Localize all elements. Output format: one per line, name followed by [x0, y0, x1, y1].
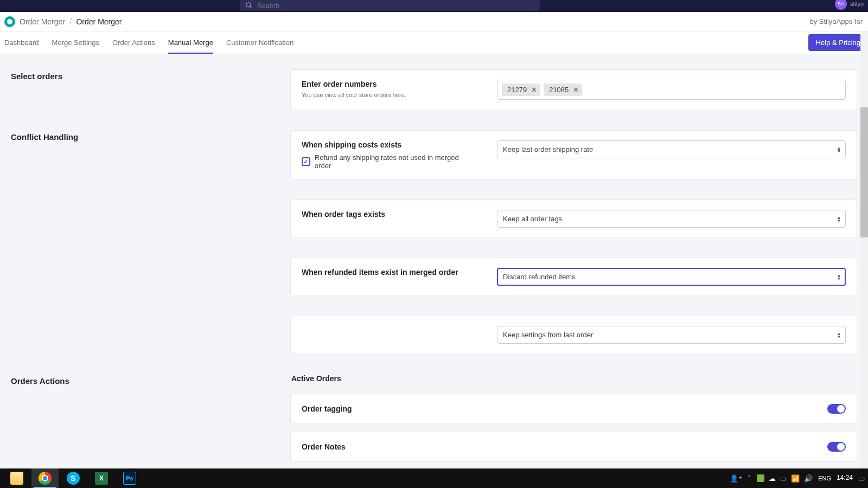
- tray-onedrive-icon[interactable]: ☁: [769, 474, 776, 483]
- search-input[interactable]: [257, 2, 534, 10]
- section-label-conflict: Conflict Handling: [11, 130, 290, 354]
- card-enter-order-numbers: Enter order numbers You can view all you…: [290, 69, 857, 110]
- refund-shipping-label: Refund any shipping rates not used in me…: [315, 153, 475, 170]
- breadcrumb-page: Order Merger: [76, 17, 122, 26]
- vendor-label: by StilyoApps-Isr: [809, 17, 864, 25]
- tray-people-icon[interactable]: 👤⁺: [730, 474, 742, 483]
- keep-settings-select[interactable]: Keep settings from last order: [497, 326, 846, 344]
- card-title-shipping: When shipping costs exists: [302, 140, 475, 149]
- card-title-enter-orders: Enter order numbers: [302, 80, 475, 88]
- remove-tag-icon[interactable]: ✕: [573, 86, 579, 93]
- card-refunded-items: When refunded items exist in merged orde…: [290, 258, 857, 296]
- order-tag: 21085 ✕: [544, 84, 582, 96]
- active-orders-title: Active Orders: [291, 374, 857, 383]
- section-conflict-handling: Conflict Handling When shipping costs ex…: [11, 120, 857, 364]
- tabs: Dashboard Merge Settings Order Actions M…: [4, 31, 293, 54]
- shopify-top-bar: SA stilyo: [0, 0, 868, 12]
- app-icon: [4, 16, 15, 27]
- taskbar-skype[interactable]: S: [60, 468, 87, 488]
- section-label-orders-actions: Orders Actions: [11, 374, 290, 462]
- avatar-name: stilyo: [850, 1, 864, 7]
- toggle-order-tagging[interactable]: [827, 404, 846, 414]
- taskbar-excel[interactable]: X: [88, 468, 115, 488]
- global-search[interactable]: [240, 0, 540, 11]
- tray-volume-icon[interactable]: 🔊: [804, 474, 813, 483]
- tab-customer-notification[interactable]: Customer Notification: [226, 31, 293, 54]
- svg-line-1: [250, 7, 252, 8]
- tabs-bar: Dashboard Merge Settings Order Actions M…: [0, 31, 868, 54]
- search-icon: [245, 2, 253, 9]
- order-tags-select[interactable]: Keep all order tags: [497, 210, 846, 228]
- tray-wifi-icon[interactable]: 📶: [791, 474, 800, 483]
- card-keep-settings: Keep settings from last order ▴▾: [290, 316, 857, 354]
- section-select-orders: Select orders Enter order numbers You ca…: [11, 60, 857, 120]
- tray-chevron-up-icon[interactable]: ˄: [748, 474, 751, 483]
- card-hint-enter-orders: You can view all your store orders here.: [302, 92, 475, 98]
- card-order-tagging: Order tagging: [290, 394, 857, 424]
- scrollbar[interactable]: [860, 31, 868, 468]
- windows-taskbar: S X Ps 👤⁺ ˄ ☁ ▭ 📶 🔊 ENG 14:24 ▭: [0, 468, 868, 488]
- tab-dashboard[interactable]: Dashboard: [4, 31, 39, 54]
- order-tag-label: 21279: [507, 86, 527, 94]
- tray-battery-icon[interactable]: ▭: [780, 474, 787, 483]
- tray-notifications-icon[interactable]: ▭: [858, 474, 865, 483]
- help-pricing-button[interactable]: Help & Pricing: [808, 34, 868, 51]
- svg-point-0: [246, 3, 251, 7]
- avatar: SA: [835, 0, 847, 10]
- top-right-user[interactable]: SA stilyo: [835, 0, 864, 10]
- breadcrumb-bar: Order Merger / Order Merger by StilyoApp…: [0, 12, 868, 31]
- tab-manual-merge[interactable]: Manual Merge: [168, 31, 213, 54]
- tray-clock[interactable]: 14:24: [837, 474, 853, 481]
- tray-app-icon[interactable]: [757, 474, 764, 482]
- taskbar-photoshop[interactable]: Ps: [116, 468, 143, 488]
- refunded-items-select[interactable]: Discard refunded items: [497, 268, 846, 286]
- tab-merge-settings[interactable]: Merge Settings: [52, 31, 99, 54]
- breadcrumb-app[interactable]: Order Merger: [20, 17, 65, 26]
- breadcrumb-separator: /: [69, 17, 72, 27]
- refund-shipping-checkbox[interactable]: [302, 157, 310, 166]
- taskbar-file-explorer[interactable]: [3, 468, 30, 488]
- content: Select orders Enter order numbers You ca…: [0, 54, 868, 468]
- section-label-select-orders: Select orders: [11, 69, 290, 110]
- order-tag-label: 21085: [549, 86, 569, 94]
- tray-language[interactable]: ENG: [818, 475, 831, 481]
- order-tag: 21279 ✕: [502, 84, 540, 96]
- scrollbar-thumb[interactable]: [860, 107, 868, 237]
- toggle-label-order-notes: Order Notes: [302, 442, 346, 451]
- toggle-label-order-tagging: Order tagging: [302, 404, 352, 413]
- tab-order-actions[interactable]: Order Actions: [112, 31, 155, 54]
- toggle-order-notes[interactable]: [827, 442, 846, 452]
- card-title-tags: When order tags exists: [302, 210, 385, 219]
- card-order-notes: Order Notes: [290, 432, 857, 462]
- card-shipping-costs: When shipping costs exists Refund any sh…: [290, 130, 857, 180]
- order-numbers-input[interactable]: 21279 ✕ 21085 ✕: [497, 80, 846, 100]
- section-orders-actions: Orders Actions Active Orders Order taggi…: [11, 364, 857, 468]
- card-title-refunded: When refunded items exist in merged orde…: [302, 268, 458, 277]
- shipping-rate-select[interactable]: Keep last order shipping rate: [497, 140, 846, 158]
- card-order-tags: When order tags exists Keep all order ta…: [290, 200, 857, 238]
- taskbar-chrome[interactable]: [31, 468, 59, 488]
- remove-tag-icon[interactable]: ✕: [531, 86, 537, 93]
